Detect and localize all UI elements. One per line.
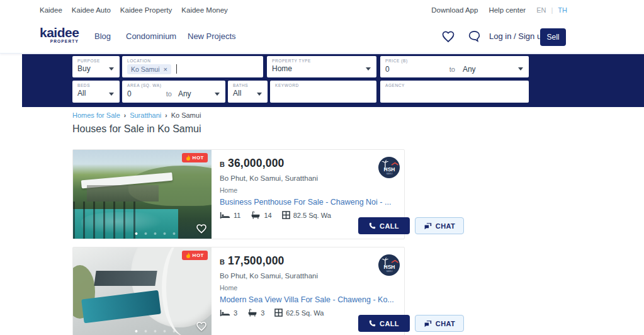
listing-title-link[interactable]: Business Penthouse For Sale - Chaweng No…: [220, 198, 404, 207]
price-min-input[interactable]: 0: [385, 65, 390, 74]
topnav-kaidee-money[interactable]: Kaidee Money: [181, 6, 228, 14]
lang-th[interactable]: TH: [558, 6, 567, 14]
listing-details: B 36,000,000 Bo Phut, Ko Samui, Surattha…: [212, 150, 404, 239]
area-grid-icon: [274, 309, 283, 317]
beds-count: 3: [234, 309, 237, 317]
chip-remove-icon[interactable]: ×: [164, 65, 167, 73]
chevron-down-icon: [215, 93, 220, 96]
chat-button[interactable]: CHAT: [415, 217, 464, 234]
agent-logo-text: HSH: [384, 166, 395, 173]
listing-category: Home: [220, 186, 404, 194]
flame-icon: [186, 253, 191, 259]
call-button-label: CALL: [380, 222, 399, 230]
logo-text: kaidee: [40, 26, 79, 39]
top-utility-nav: Kaidee Kaidee Auto Kaidee Property Kaide…: [0, 0, 644, 21]
price-range-field[interactable]: PRICE (B) 0 to Any: [380, 56, 529, 77]
baths-label: BATHS: [233, 83, 263, 88]
svg-text:SAMUI: SAMUI: [386, 173, 392, 175]
topnav-right-links: Download App Help center EN | TH: [431, 6, 567, 14]
nav-blog[interactable]: Blog: [94, 31, 111, 41]
favorite-heart-icon[interactable]: [195, 223, 208, 237]
area-label: AREA (SQ. WA): [127, 83, 220, 88]
breadcrumb-separator: ›: [165, 112, 167, 119]
breadcrumb-suratthani[interactable]: Suratthani: [130, 111, 161, 119]
location-label: LOCATION: [127, 59, 258, 63]
chevron-down-icon: [366, 67, 371, 71]
price-max-dropdown[interactable]: Any: [463, 65, 476, 74]
location-chip-ko-samui[interactable]: Ko Samui ×: [127, 64, 171, 74]
listing-title-link[interactable]: Modern Sea View Villa For Sale - Chaweng…: [220, 295, 404, 304]
agent-logo-hsh[interactable]: HSH SAMUI: [377, 156, 401, 179]
call-button[interactable]: CALL: [358, 315, 410, 332]
breadcrumb-ko-samui: Ko Samui: [171, 111, 201, 119]
area-value: 62.5 Sq. Wa: [286, 309, 324, 317]
language-switcher: EN | TH: [536, 6, 567, 14]
bed-icon: [220, 309, 230, 317]
nav-new-projects[interactable]: New Projects: [188, 31, 236, 41]
property-type-label: PROPERTY TYPE: [272, 59, 371, 63]
listing-card: HOT B 36,000,000 Bo Phut, Ko Samui, Sura…: [72, 149, 405, 239]
bath-icon: [251, 211, 261, 219]
lang-en[interactable]: EN: [536, 6, 546, 14]
page-title: Houses for Sale in Ko Samui: [72, 123, 201, 135]
keyword-label: KEYWORD: [275, 83, 371, 88]
breadcrumb: Homes for Sale › Suratthani › Ko Samui: [72, 111, 201, 119]
location-field[interactable]: LOCATION Ko Samui ×: [122, 56, 263, 77]
topnav-kaidee-auto[interactable]: Kaidee Auto: [72, 6, 111, 14]
baths-dropdown[interactable]: BATHS All: [228, 81, 268, 103]
chat-button-label: CHAT: [436, 222, 455, 230]
carousel-dots[interactable]: [135, 232, 175, 235]
beds-label: BEDS: [77, 83, 115, 88]
agency-input[interactable]: AGENCY: [380, 81, 529, 103]
area-min-input[interactable]: 0: [127, 89, 132, 98]
chevron-down-icon: [257, 93, 262, 96]
chevron-down-icon: [109, 93, 114, 96]
chat-button[interactable]: CHAT: [415, 315, 464, 332]
call-button[interactable]: CALL: [358, 217, 410, 234]
carousel-dots[interactable]: [135, 330, 175, 332]
currency-baht: B: [220, 161, 225, 168]
property-type-value: Home: [272, 65, 371, 73]
hot-badge-label: HOT: [193, 155, 204, 161]
chat-icon: [424, 222, 432, 230]
area-max-dropdown[interactable]: Any: [178, 89, 191, 98]
topnav-kaidee-property[interactable]: Kaidee Property: [120, 6, 172, 14]
beds-attribute: 3: [220, 309, 237, 317]
villa-photo: [73, 150, 212, 239]
purpose-dropdown[interactable]: PURPOSE Buy: [72, 56, 120, 77]
sell-button[interactable]: Sell: [540, 28, 566, 46]
baths-count: 14: [264, 212, 271, 219]
listing-photo[interactable]: HOT: [73, 247, 212, 335]
property-type-dropdown[interactable]: PROPERTY TYPE Home: [267, 56, 376, 77]
logo-subtext: PROPERTY: [40, 39, 79, 43]
keyword-input[interactable]: KEYWORD: [270, 81, 376, 103]
listing-photo[interactable]: HOT: [73, 150, 212, 239]
favorite-heart-icon[interactable]: [195, 321, 208, 334]
chat-bubble-icon[interactable]: [467, 29, 482, 44]
bath-icon: [247, 309, 257, 317]
baths-count: 3: [261, 309, 264, 317]
agent-logo-hsh[interactable]: HSH SAMUI: [377, 253, 401, 277]
area-value: 82.5 Sq. Wa: [293, 212, 331, 219]
topnav-kaidee[interactable]: Kaidee: [40, 6, 62, 14]
nav-condominium[interactable]: Condominium: [126, 31, 176, 41]
contact-buttons: CALL CHAT: [358, 217, 464, 234]
call-button-label: CALL: [380, 320, 399, 327]
breadcrumb-homes-for-sale[interactable]: Homes for Sale: [72, 111, 120, 119]
area-range-field[interactable]: AREA (SQ. WA) 0 to Any: [122, 81, 225, 103]
download-app-link[interactable]: Download App: [431, 6, 478, 14]
login-signup-link[interactable]: Log in / Sign up: [489, 31, 546, 41]
kaidee-property-logo[interactable]: kaidee PROPERTY: [40, 26, 79, 43]
beds-count: 11: [234, 212, 240, 219]
kaidee-property-page: Kaidee Kaidee Auto Kaidee Property Kaide…: [0, 0, 644, 335]
baths-attribute: 14: [251, 211, 271, 219]
beds-dropdown[interactable]: BEDS All: [72, 81, 120, 103]
currency-baht: B: [220, 258, 225, 266]
favorites-heart-icon[interactable]: [441, 29, 456, 44]
lang-separator: |: [551, 6, 553, 14]
hot-badge-label: HOT: [193, 253, 204, 258]
help-center-link[interactable]: Help center: [489, 6, 526, 14]
area-grid-icon: [282, 211, 290, 219]
listing-price: 36,000,000: [228, 157, 285, 170]
area-to-text: to: [166, 90, 172, 98]
